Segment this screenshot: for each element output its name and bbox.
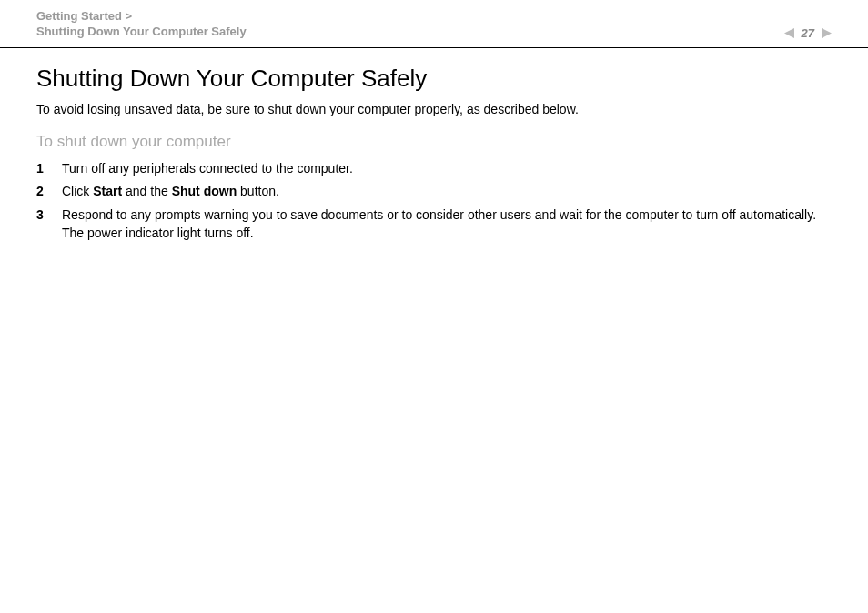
page-navigation: 27 [784,26,832,40]
intro-paragraph: To avoid losing unsaved data, be sure to… [36,102,832,116]
svg-marker-1 [822,28,832,38]
list-item: 3 Respond to any prompts warning you to … [36,206,832,242]
step-list: 1 Turn off any peripherals connected to … [36,160,832,242]
page-title: Shutting Down Your Computer Safely [36,65,832,93]
page-header: Getting Started > Shutting Down Your Com… [0,0,868,48]
step-number: 2 [36,183,62,201]
step-text: Respond to any prompts warning you to sa… [62,206,832,242]
svg-marker-0 [784,28,794,38]
list-item: 2 Click Start and the Shut down button. [36,183,832,201]
breadcrumb-line2: Shutting Down Your Computer Safely [36,25,247,40]
page-number: 27 [800,26,816,40]
step-text: Turn off any peripherals connected to th… [62,160,832,178]
page-content: Shutting Down Your Computer Safely To av… [0,48,868,264]
step-number: 1 [36,160,62,178]
prev-page-icon[interactable] [784,28,794,38]
list-item: 1 Turn off any peripherals connected to … [36,160,832,178]
subsection-title: To shut down your computer [36,133,832,151]
breadcrumb: Getting Started > Shutting Down Your Com… [36,9,247,40]
breadcrumb-line1: Getting Started > [36,9,247,25]
step-number: 3 [36,206,62,225]
next-page-icon[interactable] [822,28,832,38]
step-text: Click Start and the Shut down button. [62,183,832,201]
